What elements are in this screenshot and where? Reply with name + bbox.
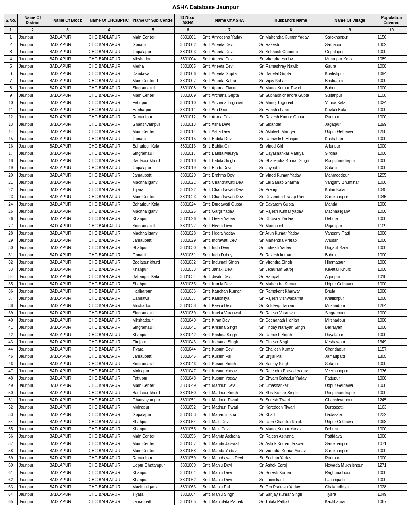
- table-cell: Sri Mahendra Kumar Yadav: [258, 34, 324, 41]
- table-cell: 10: [4, 99, 18, 106]
- table-cell: Smt. Kshama Singh: [201, 339, 258, 346]
- table-cell: CHC BADLAPUR: [87, 353, 131, 360]
- table-cell: Udpur Gelhawa: [324, 418, 376, 426]
- table-cell: CHC BADLAPUR: [87, 193, 131, 201]
- table-cell: BADLAPUR: [48, 251, 87, 259]
- table-cell: Merha: [131, 63, 175, 70]
- table-cell: Mirshadpur: [131, 302, 175, 310]
- table-cell: 37: [4, 295, 18, 302]
- table-cell: Smt. Bindu Devi: [201, 164, 258, 172]
- table-cell: 1000: [376, 251, 407, 259]
- table-cell: 3801027: [175, 222, 201, 230]
- table-cell: Smt. Archana Trigunait: [201, 99, 258, 106]
- table-cell: 13: [4, 121, 18, 128]
- table-cell: Sri Vijay Kahar: [258, 77, 324, 85]
- table-cell: 41: [4, 324, 18, 331]
- table-cell: Jaunpur: [17, 63, 48, 70]
- table-cell: BADLAPUR: [48, 491, 87, 498]
- table-cell: CHC BADLAPUR: [87, 230, 131, 237]
- table-cell: CHC BADLAPUR: [87, 121, 131, 128]
- table-cell: CHC BADLAPUR: [87, 244, 131, 251]
- table-cell: CHC BADLAPUR: [87, 426, 131, 433]
- table-cell: 3801061: [175, 469, 201, 476]
- table-cell: BADLAPUR: [48, 433, 87, 440]
- table-cell: 3801055: [175, 426, 201, 433]
- table-cell: Jaunpur: [17, 70, 48, 77]
- table-cell: Sri Rajesh Vishwakarma: [258, 295, 324, 302]
- table-cell: Shahpur: [131, 418, 175, 426]
- table-cell: CHC BADLAPUR: [87, 143, 131, 150]
- table-cell: Jaunpur: [17, 491, 48, 498]
- table-cell: Sri Premji: [258, 186, 324, 193]
- table-cell: BADLAPUR: [48, 273, 87, 281]
- table-cell: 3801032: [175, 259, 201, 266]
- table-cell: 3801039: [175, 310, 201, 317]
- table-cell: CHC BADLAPUR: [87, 56, 131, 63]
- table-cell: Jaunpur: [17, 368, 48, 375]
- table-cell: Sirkina: [324, 150, 376, 157]
- col-num-6: 6: [175, 27, 201, 34]
- table-cell: Smt. Heera Yadav: [201, 230, 258, 237]
- table-cell: Smt. Archana Gupta: [201, 92, 258, 99]
- table-cell: Jaunpur: [17, 128, 48, 135]
- table-cell: Dugauli Kala: [324, 244, 376, 251]
- table-cell: Jaunpur: [17, 215, 48, 222]
- table-cell: BADLAPUR: [48, 302, 87, 310]
- table-cell: Smt. Babita Singh: [201, 157, 258, 164]
- table-cell: 58: [4, 447, 18, 455]
- table-row: 29JaunpurBADLAPURCHC BADLAPURJamaupatti3…: [4, 237, 407, 244]
- table-cell: BADLAPUR: [48, 114, 87, 121]
- table-cell: 3801037: [175, 295, 201, 302]
- table-cell: Smt. Aneeta Gupta: [201, 70, 258, 77]
- table-row: 26JaunpurBADLAPURCHC BADLAPURKhanpur3801…: [4, 215, 407, 222]
- table-cell: Ramanipur: [131, 455, 175, 462]
- table-cell: Sarokhanpur: [324, 440, 376, 447]
- table-cell: CHC BADLAPUR: [87, 331, 131, 339]
- table-cell: CHC BADLAPUR: [87, 222, 131, 230]
- table-cell: BADLAPUR: [48, 368, 87, 375]
- table-cell: 1000: [376, 295, 407, 302]
- table-cell: Machhaliganv: [131, 230, 175, 237]
- table-cell: Jaunpur: [17, 99, 48, 106]
- table-cell: Jaunpur: [17, 281, 48, 288]
- table-cell: CHC BADLAPUR: [87, 360, 131, 368]
- table-cell: CHC BADLAPUR: [87, 208, 131, 215]
- table-row: 10JaunpurBADLAPURCHC BADLAPURFattupur380…: [4, 99, 407, 106]
- table-cell: 16: [4, 143, 18, 150]
- table-cell: 38: [4, 302, 18, 310]
- table-row: 40JaunpurBADLAPURCHC BADLAPURMirshadpur3…: [4, 317, 407, 324]
- table-cell: Sri Virendra Yadav: [258, 56, 324, 63]
- table-cell: Baharipur Kala: [131, 201, 175, 208]
- table-cell: CHC BADLAPUR: [87, 273, 131, 281]
- table-cell: Baharipur Kala: [131, 273, 175, 281]
- table-row: 7JaunpurBADLAPURCHC BADLAPURMain Center …: [4, 77, 407, 85]
- table-cell: Fattupur: [324, 375, 376, 382]
- table-cell: Smt. Mamta Asthana: [201, 433, 258, 440]
- table-cell: 36: [4, 288, 18, 295]
- table-cell: 50: [4, 389, 18, 397]
- table-cell: 1000: [376, 266, 407, 273]
- col-num-4: 4: [87, 27, 131, 34]
- table-cell: 1000: [376, 259, 407, 266]
- table-row: 37JaunpurBADLAPURCHC BADLAPURDandawa3801…: [4, 295, 407, 302]
- table-cell: 3801013: [175, 121, 201, 128]
- table-cell: Bahra: [324, 251, 376, 259]
- table-cell: Jaunpur: [17, 476, 48, 484]
- table-cell: Sri Manphool: [258, 222, 324, 230]
- table-row: 33JaunpurBADLAPURCHC BADLAPURKhanpur3801…: [4, 266, 407, 273]
- table-cell: BADLAPUR: [48, 259, 87, 266]
- table-cell: Hariharpur: [131, 288, 175, 295]
- table-row: 63JaunpurBADLAPURCHC BADLAPURMachhaligan…: [4, 484, 407, 491]
- table-cell: 3801038: [175, 302, 201, 310]
- table-cell: 3801045: [175, 353, 201, 360]
- table-cell: Khalishpur: [324, 295, 376, 302]
- table-cell: CHC BADLAPUR: [87, 41, 131, 48]
- table-cell: CHC BADLAPUR: [87, 404, 131, 411]
- table-cell: BADLAPUR: [48, 469, 87, 476]
- table-cell: 35: [4, 281, 18, 288]
- table-cell: Jaunpur: [17, 462, 48, 469]
- table-cell: Jaunpur: [17, 484, 48, 491]
- table-cell: Mahmoodpur: [324, 172, 376, 179]
- table-cell: Smt. Mamta Jaiswal: [201, 440, 258, 447]
- table-cell: Jaunpur: [17, 85, 48, 92]
